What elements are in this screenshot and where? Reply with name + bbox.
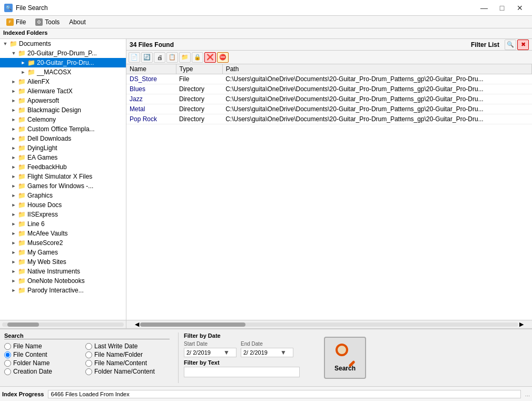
expand-icon[interactable]: ► <box>9 144 18 152</box>
expand-icon[interactable]: ► <box>19 68 27 76</box>
expand-icon[interactable]: ► <box>9 125 18 133</box>
radio-creation-date-input[interactable] <box>4 368 11 375</box>
tree-item-mcafee[interactable]: ► 📁 McAfee Vaults <box>0 229 126 238</box>
tree-item-graphics[interactable]: ► 📁 Graphics <box>0 191 126 200</box>
radio-file-name[interactable]: File Name <box>4 343 73 350</box>
filter-clear-button[interactable]: ✖ <box>517 40 529 50</box>
col-path[interactable]: Path <box>222 64 531 74</box>
toolbar-remove-button[interactable]: ❌ <box>204 52 216 63</box>
start-date-input-row[interactable]: ▼ <box>184 348 237 357</box>
toolbar-open-button[interactable]: 📄 <box>129 52 140 63</box>
tree-item-alienfx[interactable]: ► 📁 AlienFX <box>0 77 126 86</box>
tree-item-games-for-windows[interactable]: ► 📁 Games for Windows -... <box>0 181 126 191</box>
table-row[interactable]: DS_StoreFileC:\Users\guita\OneDrive\Docu… <box>126 74 532 84</box>
toolbar-refresh-button[interactable]: 🔄 <box>141 52 153 63</box>
end-date-input-row[interactable]: ▼ <box>241 348 293 357</box>
expand-icon[interactable]: ► <box>9 191 18 200</box>
tree-item-dell-downloads[interactable]: ► 📁 Dell Downloads <box>0 134 126 143</box>
radio-last-write[interactable]: Last Write Date <box>85 343 170 350</box>
tree-item-parody[interactable]: ► 📁 Parody Interactive... <box>0 286 126 295</box>
scroll-right-arrow[interactable]: ▶ <box>519 321 524 328</box>
expand-icon[interactable]: ► <box>9 201 18 209</box>
expand-icon[interactable]: ► <box>9 220 18 228</box>
toolbar-copy-button[interactable]: 📋 <box>166 52 178 63</box>
end-date-input[interactable] <box>243 349 280 356</box>
table-row[interactable]: JazzDirectoryC:\Users\guita\OneDrive\Doc… <box>126 94 532 104</box>
expand-icon[interactable]: ► <box>9 239 18 247</box>
table-row[interactable]: Pop RockDirectoryC:\Users\guita\OneDrive… <box>126 114 532 124</box>
expand-icon[interactable]: ► <box>9 210 18 219</box>
tree-item-macosx[interactable]: ► 📁 __MACOSX <box>0 67 126 77</box>
radio-folder-name-content[interactable]: Folder Name/Content <box>85 368 170 375</box>
expand-icon[interactable]: ► <box>9 277 18 285</box>
tree-item-eagames[interactable]: ► 📁 EA Games <box>0 153 126 162</box>
tree-root-documents[interactable]: ▼ 📁 Documents <box>0 39 126 48</box>
toolbar-stop-button[interactable]: ⛔ <box>217 52 229 63</box>
results-hscroll[interactable]: ◀ ▶ <box>126 320 532 328</box>
minimize-button[interactable]: — <box>476 3 492 13</box>
expand-icon[interactable]: ► <box>19 58 27 67</box>
radio-file-content-input[interactable] <box>4 351 11 358</box>
tree-item-apowersoft[interactable]: ► 📁 Apowersoft <box>0 96 126 105</box>
radio-last-write-input[interactable] <box>85 343 92 350</box>
tree-item-iisexpress[interactable]: ► 📁 IISExpress <box>0 210 126 219</box>
search-button[interactable]: Search <box>324 337 366 379</box>
maximize-button[interactable]: □ <box>494 3 510 13</box>
radio-creation-date[interactable]: Creation Date <box>4 368 73 375</box>
tree-item-line6[interactable]: ► 📁 Line 6 <box>0 219 126 229</box>
tree-item-dyinglight[interactable]: ► 📁 DyingLight <box>0 143 126 153</box>
tree-item-onenote[interactable]: ► 📁 OneNote Notebooks <box>0 276 126 286</box>
tree-item-house-docs[interactable]: ► 📁 House Docs <box>0 200 126 210</box>
toolbar-print-button[interactable]: 🖨 <box>154 52 165 63</box>
expand-icon[interactable]: ▼ <box>1 40 9 48</box>
expand-icon[interactable]: ► <box>9 229 18 238</box>
tree-item-native-instruments[interactable]: ► 📁 Native Instruments <box>0 267 126 276</box>
radio-file-name-content-input[interactable] <box>85 360 92 367</box>
radio-file-name-folder-input[interactable] <box>85 351 92 358</box>
end-date-calendar-button[interactable]: ▼ <box>280 349 287 356</box>
scroll-left-arrow[interactable]: ◀ <box>135 321 139 328</box>
tree-item-20guitar-selected[interactable]: ► 📁 20-Guitar_Pro-Dru... <box>0 58 126 67</box>
expand-icon[interactable]: ► <box>9 267 18 276</box>
expand-icon[interactable]: ► <box>9 258 18 266</box>
radio-file-content[interactable]: File Content <box>4 351 73 358</box>
radio-folder-name[interactable]: Folder Name <box>4 359 73 367</box>
expand-icon[interactable]: ▼ <box>9 49 18 57</box>
radio-file-name-content[interactable]: File Name/Content <box>85 359 170 367</box>
expand-icon[interactable]: ► <box>9 106 18 114</box>
menu-tools[interactable]: ⚙ Tools <box>31 17 64 27</box>
start-date-calendar-button[interactable]: ▼ <box>223 349 230 356</box>
tree-item-20guitar[interactable]: ▼ 📁 20-Guitar_Pro-Drum_P... <box>0 48 126 58</box>
radio-folder-name-content-input[interactable] <box>85 368 92 375</box>
radio-file-name-folder[interactable]: File Name/Folder <box>85 351 170 358</box>
tree-item-feedbackhub[interactable]: ► 📁 FeedbackHub <box>0 162 126 172</box>
tree-hscroll[interactable] <box>0 320 126 328</box>
table-row[interactable]: BluesDirectoryC:\Users\guita\OneDrive\Do… <box>126 84 532 94</box>
expand-icon[interactable]: ► <box>9 286 18 295</box>
expand-icon[interactable]: ► <box>9 115 18 124</box>
filter-search-button[interactable]: 🔍 <box>505 40 516 50</box>
toolbar-lock-button[interactable]: 🔒 <box>192 52 203 63</box>
radio-file-name-input[interactable] <box>4 343 11 350</box>
col-type[interactable]: Type <box>176 64 222 74</box>
toolbar-folder-button[interactable]: 📁 <box>179 52 191 63</box>
tree-item-my-web-sites[interactable]: ► 📁 My Web Sites <box>0 257 126 267</box>
expand-icon[interactable]: ► <box>9 153 18 162</box>
filter-text-input[interactable] <box>184 367 300 377</box>
table-row[interactable]: MetalDirectoryC:\Users\guita\OneDrive\Do… <box>126 104 532 114</box>
expand-icon[interactable]: ► <box>9 248 18 257</box>
expand-icon[interactable]: ► <box>9 96 18 105</box>
menu-file[interactable]: F File <box>2 17 30 27</box>
start-date-input[interactable] <box>186 349 223 356</box>
expand-icon[interactable]: ► <box>9 87 18 95</box>
tree-item-flightsim[interactable]: ► 📁 Flight Simulator X Files <box>0 172 126 181</box>
expand-icon[interactable]: ► <box>9 163 18 171</box>
tree-item-custom-office[interactable]: ► 📁 Custom Office Templa... <box>0 124 126 134</box>
tree-item-alienware[interactable]: ► 📁 Alienware TactX <box>0 86 126 96</box>
radio-folder-name-input[interactable] <box>4 360 11 367</box>
close-button[interactable]: ✕ <box>512 3 528 13</box>
menu-about[interactable]: About <box>65 17 90 27</box>
col-name[interactable]: Name <box>126 64 176 74</box>
tree-content[interactable]: ▼ 📁 Documents ▼ 📁 20-Guitar_Pro-Drum_P..… <box>0 39 126 320</box>
tree-item-blackmagic[interactable]: ► 📁 Blackmagic Design <box>0 105 126 115</box>
